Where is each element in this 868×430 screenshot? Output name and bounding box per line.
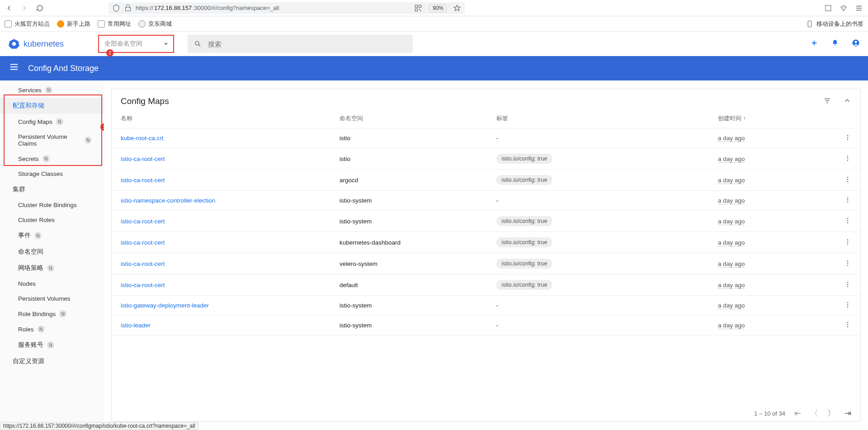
- configmap-link[interactable]: istio-ca-root-cert: [121, 156, 165, 162]
- overflow-menu-icon[interactable]: [854, 3, 864, 14]
- bookmark-common[interactable]: 常用网址: [98, 20, 131, 28]
- row-menu-icon[interactable]: [827, 274, 860, 296]
- sidebar-item-services[interactable]: ServicesN: [0, 82, 104, 98]
- label-chip: istio.io/config: true: [496, 154, 553, 164]
- first-page-icon[interactable]: ⇤: [794, 408, 801, 418]
- filter-icon[interactable]: [823, 97, 831, 106]
- next-page-icon[interactable]: 〉: [827, 408, 835, 419]
- kubernetes-logo[interactable]: kubernetes: [8, 38, 64, 50]
- last-page-icon[interactable]: ⇥: [844, 408, 851, 418]
- table-row: istio-leader istio-system - a day ago: [112, 316, 860, 335]
- row-menu-icon[interactable]: [827, 211, 860, 232]
- sidebar-item-pv[interactable]: Persistent Volumes: [0, 291, 104, 306]
- label-chip: istio.io/config: true: [496, 237, 553, 247]
- reload-icon[interactable]: [34, 3, 45, 14]
- bookmark-jd[interactable]: 京东商城: [138, 20, 172, 28]
- sidebar-item-rb[interactable]: Role BindingsN: [0, 306, 104, 321]
- lock-icon: [124, 4, 132, 12]
- zoom-level[interactable]: 90%: [429, 4, 447, 12]
- row-menu-icon[interactable]: [827, 128, 860, 148]
- svg-point-19: [847, 179, 848, 180]
- svg-point-25: [847, 220, 848, 221]
- sidebar-item-events[interactable]: 事件N: [0, 227, 104, 244]
- sidebar-item-crb[interactable]: Cluster Role Bindings: [0, 198, 104, 213]
- sidebar-item-nodes[interactable]: Nodes: [0, 276, 104, 291]
- configmap-link[interactable]: istio-leader: [121, 322, 151, 329]
- sidebar-item-pvc[interactable]: Persistent Volume ClaimsN: [0, 129, 104, 151]
- row-menu-icon[interactable]: [827, 253, 860, 274]
- configmap-link[interactable]: kube-root-ca.crt: [121, 135, 164, 142]
- shield-icon: [112, 4, 120, 12]
- user-icon[interactable]: [852, 39, 860, 49]
- label-chip: istio.io/config: true: [496, 259, 553, 269]
- cell-created: a day ago: [718, 177, 745, 184]
- svg-point-27: [847, 239, 848, 240]
- url-bar[interactable]: https:// 172.16.88.157 :30000/#/config?n…: [108, 2, 465, 14]
- sidebar-item-config-storage[interactable]: 配置和存储: [0, 98, 104, 114]
- search-input[interactable]: [208, 40, 406, 48]
- pagination-text: 1 – 10 of 34: [754, 410, 785, 417]
- forward-icon[interactable]: [19, 3, 30, 14]
- row-menu-icon[interactable]: [827, 316, 860, 335]
- qr-icon[interactable]: [414, 4, 422, 12]
- row-menu-icon[interactable]: [827, 296, 860, 316]
- account-icon[interactable]: [838, 3, 849, 14]
- search-box[interactable]: [188, 35, 413, 53]
- create-button[interactable]: [810, 39, 818, 49]
- column-name[interactable]: 名称: [112, 109, 330, 128]
- bookmark-firefox[interactable]: 火狐官方站点: [5, 20, 50, 28]
- svg-point-16: [847, 157, 848, 158]
- row-menu-icon[interactable]: [827, 232, 860, 253]
- sidebar-item-sa[interactable]: 服务账号N: [0, 337, 104, 353]
- bookmark-mobile[interactable]: 移动设备上的书签: [806, 20, 863, 28]
- column-created[interactable]: 创建时间 ↑: [709, 109, 827, 128]
- bookmark-getting-started[interactable]: 新手上路: [57, 20, 90, 28]
- svg-point-8: [12, 42, 16, 46]
- table-row: istio-ca-root-cert kubernetes-dashboard …: [112, 232, 860, 253]
- cell-created: a day ago: [718, 135, 745, 142]
- svg-point-20: [847, 181, 848, 182]
- table-row: istio-ca-root-cert argocd istio.io/confi…: [112, 170, 860, 191]
- brand-text: kubernetes: [24, 39, 64, 49]
- extension-icon[interactable]: [823, 3, 834, 14]
- sidebar-item-storage-classes[interactable]: Storage Classes: [0, 166, 104, 181]
- svg-rect-5: [826, 5, 831, 11]
- sidebar-item-namespaces[interactable]: 命名空间: [0, 244, 104, 260]
- svg-rect-3: [419, 9, 420, 9]
- sidebar-item-custom[interactable]: 自定义资源: [0, 353, 104, 369]
- collapse-icon[interactable]: [843, 97, 851, 106]
- row-menu-icon[interactable]: [827, 148, 860, 170]
- configmap-link[interactable]: istio-ca-root-cert: [121, 177, 165, 184]
- sidebar-item-config-maps[interactable]: Config MapsN: [0, 114, 104, 129]
- star-icon[interactable]: [453, 4, 461, 12]
- configmap-link[interactable]: istio-ca-root-cert: [121, 282, 165, 288]
- configmap-link[interactable]: istio-ca-root-cert: [121, 218, 165, 225]
- sidebar-item-netpol[interactable]: 网络策略N: [0, 260, 104, 276]
- table-row: istio-ca-root-cert istio-system istio.io…: [112, 211, 860, 232]
- column-labels[interactable]: 标签: [487, 109, 709, 128]
- configmap-link[interactable]: istio-gateway-deployment-leader: [121, 302, 209, 309]
- sidebar-item-cluster[interactable]: 集群: [0, 181, 104, 198]
- sidebar-item-roles[interactable]: RolesN: [0, 321, 104, 337]
- namespace-badge: N: [47, 265, 54, 272]
- configmap-link[interactable]: istio-namespace-controller-election: [121, 197, 215, 204]
- notifications-icon[interactable]: [831, 39, 839, 49]
- column-namespace[interactable]: 命名空间: [330, 109, 487, 128]
- back-icon[interactable]: [4, 3, 14, 14]
- cell-created: a day ago: [718, 239, 745, 246]
- k8s-icon: [8, 38, 20, 50]
- prev-page-icon[interactable]: 〈: [810, 408, 818, 419]
- configmap-link[interactable]: istio-ca-root-cert: [121, 239, 165, 246]
- configmap-link[interactable]: istio-ca-root-cert: [121, 260, 165, 267]
- mobile-icon: [806, 20, 814, 28]
- row-menu-icon[interactable]: [827, 170, 860, 191]
- svg-point-40: [847, 324, 848, 325]
- folder-icon: [98, 20, 105, 28]
- cell-namespace: istio: [330, 148, 487, 170]
- row-menu-icon[interactable]: [827, 191, 860, 211]
- hamburger-icon[interactable]: [9, 62, 19, 75]
- search-icon: [194, 40, 202, 48]
- browser-toolbar: https:// 172.16.88.157 :30000/#/config?n…: [0, 0, 868, 16]
- sidebar-item-cr[interactable]: Cluster Roles: [0, 213, 104, 227]
- sidebar-item-secrets[interactable]: SecretsN: [0, 151, 104, 166]
